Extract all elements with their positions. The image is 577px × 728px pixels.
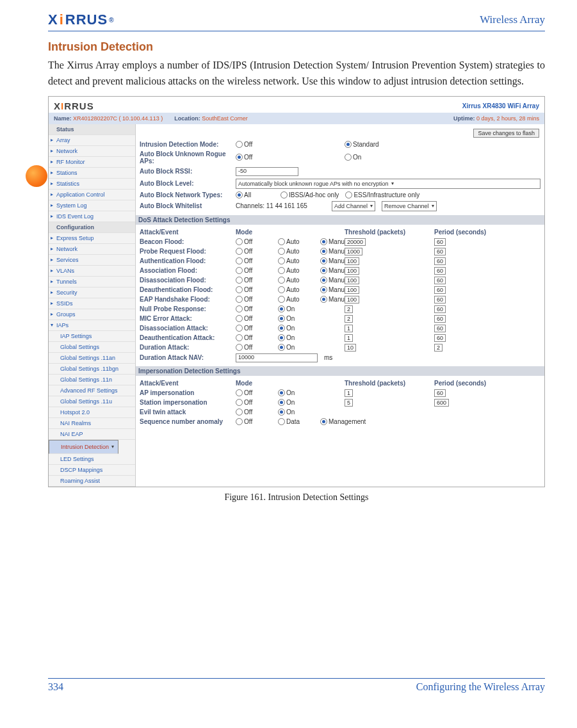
- radio-off[interactable]: Off: [236, 315, 274, 322]
- radio-off[interactable]: Off: [236, 277, 274, 284]
- radio-off[interactable]: Off: [236, 344, 274, 351]
- period-input[interactable]: 60: [434, 257, 446, 265]
- nav-item[interactable]: RF Monitor: [49, 157, 135, 168]
- nav-subitem[interactable]: Advanced RF Settings: [49, 385, 135, 396]
- evil-on[interactable]: On: [278, 408, 316, 416]
- nav-subitem[interactable]: DSCP Mappings: [49, 465, 135, 476]
- radio-off[interactable]: Off: [236, 305, 274, 312]
- nav-item[interactable]: VLANs: [49, 266, 135, 277]
- remove-channel-select[interactable]: Remove Channel: [382, 201, 437, 211]
- nav-item[interactable]: Groups: [49, 309, 135, 320]
- period-input[interactable]: 60: [434, 277, 446, 284]
- radio-auto[interactable]: Auto: [278, 286, 316, 293]
- threshold-input[interactable]: 5: [345, 399, 353, 407]
- nav-item[interactable]: Array: [49, 135, 135, 146]
- nav-item[interactable]: Express Setup: [49, 233, 135, 244]
- radio-on[interactable]: On: [278, 344, 316, 351]
- threshold-input[interactable]: 1: [345, 389, 353, 397]
- period-input[interactable]: 60: [434, 286, 446, 294]
- threshold-input[interactable]: 1000: [345, 248, 362, 255]
- net-ibss[interactable]: IBSS/Ad-hoc only: [280, 191, 339, 198]
- period-input[interactable]: 60: [434, 315, 446, 323]
- nav-subitem[interactable]: NAI Realms: [49, 418, 135, 429]
- radio-on[interactable]: On: [278, 315, 316, 322]
- radio-off[interactable]: Off: [236, 257, 274, 264]
- nav-item[interactable]: Application Control: [49, 190, 135, 200]
- intrusion-mode-off[interactable]: Off: [236, 141, 274, 148]
- nav-item[interactable]: Network: [49, 146, 135, 157]
- nav-subitem[interactable]: Global Settings .11n: [49, 375, 135, 385]
- radio-auto[interactable]: Auto: [278, 238, 316, 245]
- seq-off[interactable]: Off: [236, 418, 274, 425]
- nav-item[interactable]: Services: [49, 255, 135, 266]
- radio-on[interactable]: On: [278, 305, 316, 312]
- radio-off[interactable]: Off: [236, 286, 274, 293]
- period-input[interactable]: 60: [434, 334, 446, 342]
- intrusion-mode-standard[interactable]: Standard: [345, 141, 383, 148]
- threshold-input[interactable]: 1: [345, 325, 353, 332]
- threshold-input[interactable]: 100: [345, 286, 359, 294]
- threshold-input[interactable]: 100: [345, 296, 359, 303]
- radio-off[interactable]: Off: [236, 296, 274, 303]
- threshold-input[interactable]: 10: [345, 344, 356, 352]
- period-input[interactable]: 600: [434, 399, 449, 407]
- threshold-input[interactable]: 1: [345, 334, 353, 342]
- duration-nav-input[interactable]: 10000: [236, 353, 318, 362]
- nav-subitem[interactable]: Global Settings: [49, 342, 135, 353]
- period-input[interactable]: 60: [434, 305, 446, 313]
- radio-auto[interactable]: Auto: [278, 257, 316, 264]
- radio-auto[interactable]: Auto: [278, 248, 316, 255]
- threshold-input[interactable]: 2: [345, 305, 353, 313]
- threshold-input[interactable]: 20000: [345, 238, 366, 246]
- nav-item[interactable]: Network: [49, 244, 135, 255]
- net-ess[interactable]: ESS/Infrastructure only: [345, 191, 419, 198]
- period-input[interactable]: 60: [434, 389, 446, 397]
- auto-block-on[interactable]: On: [345, 154, 383, 161]
- net-all[interactable]: All: [236, 191, 274, 198]
- nav-item[interactable]: System Log: [49, 200, 135, 211]
- seq-data[interactable]: Data: [278, 418, 316, 425]
- period-input[interactable]: 60: [434, 296, 446, 303]
- radio-on[interactable]: On: [278, 389, 316, 396]
- save-button[interactable]: Save changes to flash: [473, 129, 539, 138]
- threshold-input[interactable]: 2: [345, 315, 353, 323]
- nav-subitem[interactable]: Global Settings .11an: [49, 353, 135, 364]
- nav-subitem[interactable]: Global Settings .11bgn: [49, 364, 135, 375]
- auto-block-off[interactable]: Off: [236, 154, 274, 161]
- seq-mgmt[interactable]: Management: [320, 418, 366, 425]
- nav-subitem[interactable]: Global Settings .11u: [49, 396, 135, 407]
- radio-off[interactable]: Off: [236, 325, 274, 332]
- auto-block-level-select[interactable]: Automatically block unknown rogue APs wi…: [236, 179, 540, 189]
- radio-off[interactable]: Off: [236, 399, 274, 406]
- nav-subitem[interactable]: Roaming Assist: [49, 476, 135, 487]
- nav-item[interactable]: Tunnels: [49, 277, 135, 287]
- auto-block-rssi-input[interactable]: -50: [236, 167, 298, 176]
- nav-subitem[interactable]: NAI EAP: [49, 429, 135, 440]
- nav-item[interactable]: IDS Event Log: [49, 211, 135, 222]
- radio-auto[interactable]: Auto: [278, 277, 316, 284]
- radio-off[interactable]: Off: [236, 389, 274, 396]
- nav-subitem[interactable]: IAP Settings: [49, 331, 135, 342]
- nav-item[interactable]: Security: [49, 287, 135, 298]
- radio-off[interactable]: Off: [236, 248, 274, 255]
- nav-subitem[interactable]: LED Settings: [49, 454, 135, 465]
- evil-off[interactable]: Off: [236, 408, 274, 416]
- nav-subitem[interactable]: Intrusion Detection: [49, 440, 118, 454]
- threshold-input[interactable]: 100: [345, 257, 359, 265]
- period-input[interactable]: 60: [434, 267, 446, 275]
- radio-auto[interactable]: Auto: [278, 267, 316, 274]
- nav-item[interactable]: Statistics: [49, 179, 135, 190]
- nav-item[interactable]: Stations: [49, 168, 135, 179]
- period-input[interactable]: 60: [434, 248, 446, 255]
- period-input[interactable]: 60: [434, 325, 446, 332]
- nav-subitem[interactable]: Hotspot 2.0: [49, 407, 135, 418]
- nav-item[interactable]: SSIDs: [49, 298, 135, 309]
- threshold-input[interactable]: 100: [345, 267, 359, 275]
- period-input[interactable]: 60: [434, 238, 446, 246]
- radio-off[interactable]: Off: [236, 238, 274, 245]
- radio-on[interactable]: On: [278, 325, 316, 332]
- radio-off[interactable]: Off: [236, 267, 274, 274]
- radio-on[interactable]: On: [278, 334, 316, 341]
- threshold-input[interactable]: 100: [345, 277, 359, 284]
- add-channel-select[interactable]: Add Channel: [332, 201, 375, 211]
